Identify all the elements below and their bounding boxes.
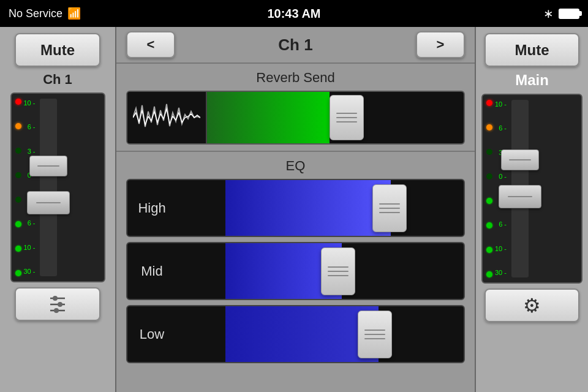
eq-low-fill <box>225 306 379 362</box>
svg-point-1 <box>53 296 58 301</box>
center-header: < Ch 1 > <box>116 27 475 64</box>
status-time: 10:43 AM <box>267 7 320 21</box>
vu-label-10b: 10 - <box>24 244 36 251</box>
vu-label-30: 30 - <box>24 268 36 275</box>
left-channel-label: Ch 1 <box>43 72 72 88</box>
reverb-title: Reverb Send <box>126 70 465 86</box>
reverb-section: Reverb Send <box>116 64 475 152</box>
eq-high-fill <box>225 180 391 236</box>
left-mute-button[interactable]: Mute <box>15 33 100 67</box>
right-fader-track <box>511 100 529 277</box>
vu-label-6: 6 - <box>24 124 36 130</box>
gear-button[interactable]: ⚙ <box>484 288 579 322</box>
eq-high-row: High <box>126 179 465 237</box>
right-vu-6b: 6 - <box>495 221 507 228</box>
vu-label-6b: 6 - <box>24 220 36 227</box>
eq-mid-label: Mid <box>127 263 176 279</box>
right-vu-0: 0 - <box>495 173 507 180</box>
reverb-fader-track[interactable] <box>207 92 464 143</box>
right-led-6-orange <box>486 124 492 130</box>
right-fader-handle-lower[interactable] <box>499 185 541 208</box>
right-main-label: Main <box>515 72 549 89</box>
right-channel-strip: Mute Main 10 - 6 - 3 - 0 - 3 - <box>475 27 588 392</box>
left-fader-track <box>40 99 57 276</box>
right-fader-handle-upper[interactable] <box>501 149 539 170</box>
eq-section: EQ High Mid <box>116 152 475 392</box>
waveform-box <box>127 92 207 143</box>
left-fader-handle-lower[interactable] <box>27 191 70 214</box>
reverb-row <box>126 91 465 145</box>
right-vu-meter: 10 - 6 - 3 - 0 - 3 - 6 - 10 - 30 - <box>481 94 582 284</box>
eq-mid-handle[interactable] <box>321 247 355 295</box>
vu-label-10: 10 - <box>24 100 36 107</box>
prev-channel-button[interactable]: < <box>126 31 175 58</box>
right-led-3-green <box>486 198 492 204</box>
eq-low-label: Low <box>127 326 176 342</box>
eq-title: EQ <box>126 158 465 174</box>
eq-low-row: Low <box>126 305 465 363</box>
eq-high-label: High <box>127 200 176 216</box>
vu-leds-col1 <box>15 99 21 276</box>
wifi-icon: 📶 <box>67 7 81 20</box>
battery-icon <box>559 9 579 19</box>
left-fader-handle-upper[interactable] <box>29 156 67 176</box>
right-led-10-green <box>486 247 492 253</box>
svg-point-3 <box>58 302 62 307</box>
right-led-0-dim <box>486 173 492 179</box>
center-channel-title: Ch 1 <box>278 36 312 55</box>
vu-labels: 10 - 6 - 3 - 0 - 3 - 6 - 10 - 30 - <box>24 99 36 276</box>
bluetooth-icon: ∗ <box>543 6 554 21</box>
led-10-green <box>15 246 21 252</box>
next-channel-button[interactable]: > <box>416 31 465 58</box>
led-3-dim <box>15 148 21 154</box>
reverb-fader-handle[interactable] <box>330 95 364 140</box>
right-vu-6: 6 - <box>495 125 507 132</box>
right-vu-30: 30 - <box>495 270 507 276</box>
led-10-red <box>15 99 21 105</box>
eq-mid-row: Mid <box>126 242 465 300</box>
right-vu-10b: 10 - <box>495 246 507 252</box>
eq-sliders-icon <box>47 293 69 315</box>
right-mute-button[interactable]: Mute <box>484 33 579 67</box>
led-0-dim <box>15 172 21 178</box>
left-vu-meter: 10 - 6 - 3 - 0 - 3 - 6 - 10 - 30 - <box>10 92 105 282</box>
eq-low-track[interactable] <box>176 306 464 362</box>
reverb-fill <box>207 92 330 143</box>
right-vu-10: 10 - <box>495 101 507 108</box>
vu-label-3: 3 - <box>24 148 36 155</box>
led-6-orange <box>15 123 21 129</box>
status-bar: No Service 📶 10:43 AM ∗ <box>0 0 588 27</box>
led-30-green <box>15 270 21 276</box>
eq-mid-track[interactable] <box>176 243 464 299</box>
main-layout: Mute Ch 1 10 - 6 - 3 - 0 - 3 - <box>0 27 588 392</box>
right-led-6-green <box>486 222 492 228</box>
carrier-label: No Service <box>9 7 62 20</box>
eq-high-track[interactable] <box>176 180 464 236</box>
right-led-10-red <box>486 100 492 106</box>
eq-low-handle[interactable] <box>358 311 392 358</box>
eq-high-handle[interactable] <box>372 184 407 232</box>
svg-point-5 <box>54 308 59 313</box>
waveform-display <box>133 99 200 136</box>
right-vu-leds <box>486 100 492 277</box>
center-panel: < Ch 1 > Reverb Send <box>116 27 475 392</box>
right-led-3-dim <box>486 149 492 155</box>
status-left: No Service 📶 <box>9 7 81 20</box>
right-led-30-green <box>486 271 492 277</box>
led-3b-dim <box>15 197 21 203</box>
led-6-green <box>15 221 21 227</box>
status-right: ∗ <box>543 6 579 21</box>
left-channel-strip: Mute Ch 1 10 - 6 - 3 - 0 - 3 - <box>0 27 116 392</box>
eq-icon-button[interactable] <box>15 287 100 321</box>
